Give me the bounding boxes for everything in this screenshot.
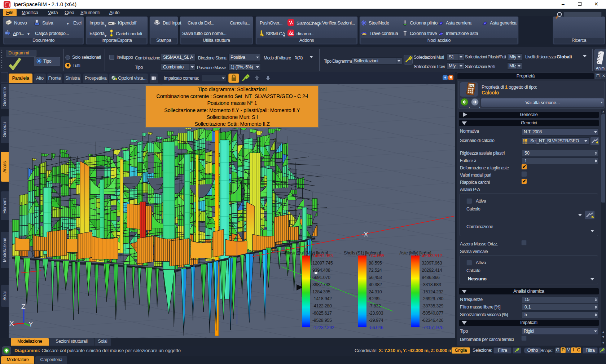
- svg-text:-50540.877: -50540.877: [422, 311, 444, 316]
- svg-text:104.665: 104.665: [369, 253, 384, 258]
- svg-text:24.310: 24.310: [369, 289, 382, 294]
- svg-text:-15124.232: -15124.232: [422, 289, 444, 294]
- svg-text:X: X: [9, 320, 14, 327]
- svg-text:3987.733: 3987.733: [312, 282, 330, 287]
- svg-text:1284.395: 1284.395: [312, 289, 330, 294]
- svg-text:-3318.683: -3318.683: [422, 282, 441, 287]
- svg-text:8486.866: 8486.866: [422, 275, 440, 280]
- svg-text:14801.083: 14801.083: [312, 253, 333, 258]
- svg-text:-7.832: -7.832: [369, 303, 381, 308]
- svg-text:56.453: 56.453: [369, 275, 382, 280]
- svg-text:-56.046: -56.046: [369, 325, 383, 330]
- svg-text:-X: -X: [362, 231, 368, 238]
- svg-text:Y: Y: [28, 320, 33, 328]
- svg-text:-9528.955: -9528.955: [312, 318, 332, 323]
- svg-text:-6825.617: -6825.617: [312, 311, 332, 316]
- svg-text:20292.414: 20292.414: [422, 268, 442, 273]
- svg-text:-74151.975: -74151.975: [422, 325, 444, 330]
- svg-text:-38735.329: -38735.329: [422, 303, 444, 308]
- svg-text:-39.974: -39.974: [369, 318, 383, 323]
- svg-text:12097.745: 12097.745: [312, 261, 333, 266]
- svg-text:6691.070: 6691.070: [312, 275, 330, 280]
- svg-text:8.239: 8.239: [369, 296, 379, 301]
- svg-text:72.524: 72.524: [369, 268, 382, 273]
- svg-text:Z: Z: [21, 303, 26, 310]
- svg-text:-26929.780: -26929.780: [422, 296, 444, 301]
- svg-text:32097.963: 32097.963: [422, 261, 442, 266]
- svg-text:9394.408: 9394.408: [312, 268, 330, 273]
- svg-text:-12232.292: -12232.292: [312, 325, 334, 330]
- svg-text:-62346.426: -62346.426: [422, 318, 444, 323]
- svg-text:88.595: 88.595: [369, 261, 382, 266]
- svg-text:43903.512: 43903.512: [422, 253, 442, 258]
- svg-text:-23.903: -23.903: [369, 311, 383, 316]
- svg-text:40.382: 40.382: [369, 282, 382, 287]
- svg-text:-1418.942: -1418.942: [312, 296, 332, 301]
- svg-text:-4122.280: -4122.280: [312, 303, 332, 308]
